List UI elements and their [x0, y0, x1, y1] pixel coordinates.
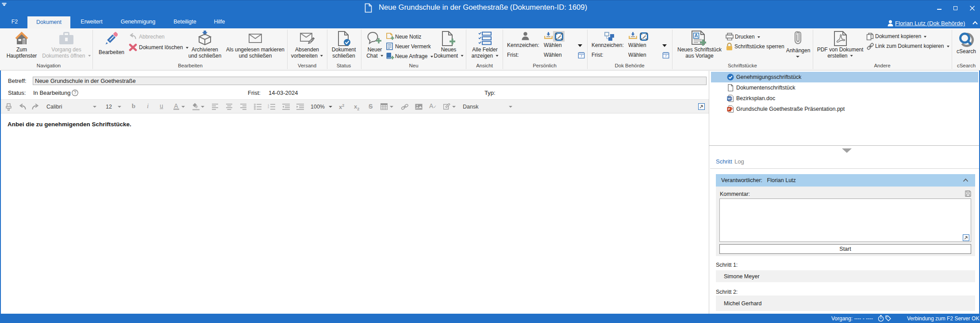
svg-text:2: 2	[268, 106, 269, 109]
svg-text:W: W	[727, 97, 731, 101]
svg-text:?: ?	[74, 90, 77, 95]
svg-text:A: A	[695, 33, 698, 38]
svg-text:7: 7	[665, 54, 667, 58]
svg-text:P: P	[728, 107, 730, 111]
svg-text:7: 7	[580, 54, 582, 58]
